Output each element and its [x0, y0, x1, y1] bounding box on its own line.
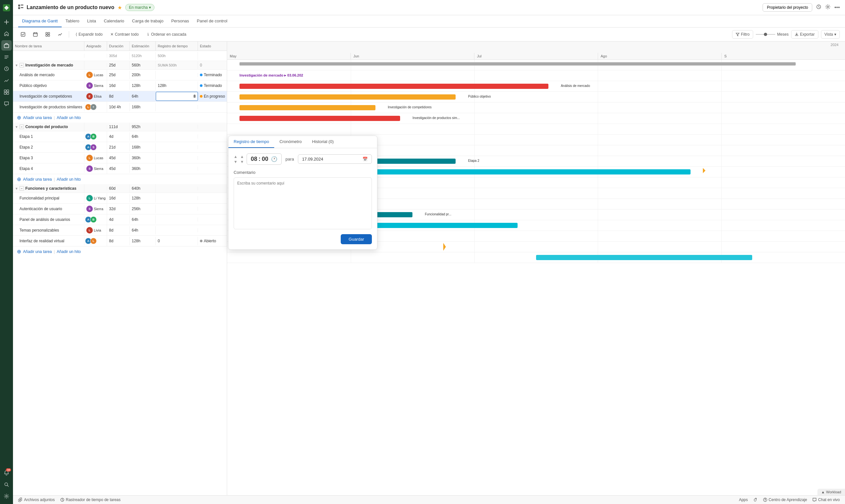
collapse-all-btn[interactable]: ✕ Contraer todo	[108, 31, 141, 38]
add-milestone-label-3[interactable]: Añadir un hito	[57, 249, 81, 254]
sidebar-item-grid[interactable]	[1, 87, 12, 97]
sidebar-item-chat[interactable]	[1, 98, 12, 109]
group-btn[interactable]	[43, 31, 53, 38]
star-icon[interactable]: ★	[118, 4, 122, 11]
task3-time-input[interactable]: 8	[156, 92, 198, 101]
chevron-down-icon: ▾	[149, 5, 151, 10]
group3-toggle[interactable]: ▼	[15, 187, 18, 191]
svg-point-14	[827, 6, 829, 8]
apple-btn[interactable]	[753, 498, 758, 502]
task12-name: Temas personalizables	[19, 228, 59, 233]
hours-value: 08	[251, 156, 257, 162]
bar-task6-label: Etapa 2	[468, 159, 479, 162]
calendar-icon[interactable]: 📅	[363, 157, 368, 162]
bottom-bar: Archivos adjuntos Rastreador de tiempo d…	[13, 495, 845, 504]
history-icon[interactable]	[816, 4, 821, 11]
avatar-e2b: S	[90, 144, 97, 150]
svg-rect-18	[48, 32, 50, 34]
workload-btn[interactable]: ▲ Workload	[817, 489, 845, 495]
sidebar-item-notifications[interactable]: 38	[1, 468, 12, 478]
expand-icon: ⟨	[76, 32, 77, 37]
task2-duration: 16d	[107, 82, 130, 90]
project-title: Lanzamiento de un producto nuevo	[27, 4, 114, 11]
minutes-down-btn[interactable]: ▼	[240, 160, 244, 164]
add-icon-3: ⊕	[17, 248, 21, 255]
milestone-marker4	[443, 243, 446, 251]
sidebar-item-chart[interactable]	[1, 75, 12, 86]
app-logo[interactable]	[1, 3, 12, 13]
attachments-btn[interactable]: Archivos adjuntos	[18, 498, 55, 502]
tab-personas[interactable]: Personas	[168, 15, 193, 27]
nav-tabs: Diagrama de Gantt Tablero Lista Calendar…	[13, 15, 845, 28]
sidebar-item-search[interactable]	[1, 479, 12, 490]
avatar-lucas2: L	[86, 155, 93, 161]
add-task-group3[interactable]: ⊕ Añadir una tarea | Añadir un hito	[13, 247, 227, 256]
chart-tool-btn[interactable]	[55, 31, 65, 38]
cascade-icon: ⇂	[146, 32, 149, 37]
group-row-1: ▼ − Investigación de mercado 25d 560h SU…	[13, 61, 227, 70]
sidebar-item-add[interactable]	[1, 17, 12, 27]
chart-add1-row	[227, 124, 845, 134]
tab-calendario[interactable]: Calendario	[100, 15, 128, 27]
status-dot-13	[200, 240, 203, 242]
tab-carga[interactable]: Carga de trabajo	[128, 15, 168, 27]
add-task-group1[interactable]: ⊕ Añadir una tarea | Añadir un hito	[13, 112, 227, 123]
gear-icon[interactable]	[825, 4, 830, 11]
add-task-group2[interactable]: ⊕ Añadir una tarea | Añadir un hito	[13, 174, 227, 184]
td-summary-name	[13, 54, 84, 58]
cascade-btn[interactable]: ⇂ Ordenar en cascada	[144, 31, 189, 38]
add-task-label-3: Añadir una tarea	[23, 249, 52, 254]
expand-all-btn[interactable]: ⟨ Expandir todo	[73, 31, 105, 38]
tab-lista[interactable]: Lista	[83, 15, 100, 27]
svg-rect-5	[4, 92, 6, 94]
tab-panel[interactable]: Panel de control	[193, 15, 231, 27]
checkbox-toggle[interactable]	[18, 31, 28, 38]
layout-icon[interactable]	[18, 4, 23, 11]
help-label: Centro de Aprendizaje	[769, 498, 807, 502]
time-tracker-btn[interactable]: Rastreador de tiempo de tareas	[60, 498, 121, 502]
sidebar-item-list[interactable]	[1, 52, 12, 62]
task10-name: Autenticación de usuario	[19, 206, 62, 211]
th-time-register: Registro de tiempo	[156, 41, 198, 51]
chat-btn[interactable]: Chat en vivo	[812, 498, 840, 502]
group3-icon: −	[19, 186, 24, 191]
owner-button[interactable]: Propietario del proyecto	[762, 3, 812, 12]
group1-toggle[interactable]: ▼	[15, 64, 18, 67]
hours-up-btn[interactable]: ▲	[234, 155, 237, 159]
add-task-label-1: Añadir una tarea	[23, 115, 52, 120]
group2-toggle[interactable]: ▼	[15, 125, 18, 129]
chart-group1-label: Investigación de mercado ▸ 03.06.202	[240, 73, 303, 77]
view-btn[interactable]: Vista ▾	[821, 30, 840, 39]
save-time-btn[interactable]: Guardar	[341, 234, 372, 244]
sidebar-item-clock[interactable]	[1, 64, 12, 74]
task3-duration: 8d	[107, 92, 130, 101]
avatar-lucas: L	[86, 72, 93, 78]
sidebar-item-briefcase[interactable]	[1, 40, 12, 51]
td-summary-time: 500h	[156, 52, 198, 60]
comment-textarea[interactable]	[234, 177, 372, 229]
export-btn[interactable]: Exportar	[791, 30, 818, 39]
sidebar-item-home[interactable]	[1, 29, 12, 39]
filter-btn[interactable]: Filtro	[732, 30, 753, 39]
td-group1-time-sum: SUMA 500h	[156, 61, 198, 69]
avatar-sierra: S	[86, 83, 93, 89]
add-milestone-label-1[interactable]: Añadir un hito	[57, 115, 81, 120]
sidebar-item-settings[interactable]	[1, 491, 12, 501]
status-badge[interactable]: En marcha ▾	[125, 4, 155, 11]
add-milestone-label-2[interactable]: Añadir un hito	[57, 177, 81, 182]
popup-tab-historial[interactable]: Historial (0)	[307, 136, 339, 148]
calendar-tool-btn[interactable]	[31, 31, 40, 38]
content-area: Nombre de tarea Asignado Duración Estima…	[13, 41, 845, 495]
hours-down-btn[interactable]: ▼	[234, 160, 237, 164]
help-btn[interactable]: Centro de Aprendizaje	[763, 498, 807, 502]
tab-tablero[interactable]: Tablero	[61, 15, 83, 27]
date-display[interactable]: 17.09.2024 📅	[298, 155, 372, 164]
tab-gantt[interactable]: Diagrama de Gantt	[18, 15, 61, 27]
popup-tab-registro[interactable]: Registro de tiempo	[228, 136, 274, 148]
apps-btn[interactable]: Apps	[739, 498, 747, 502]
popup-tab-cronometro[interactable]: Cronómetro	[274, 136, 307, 148]
more-options-icon[interactable]: •••	[834, 4, 840, 11]
year-label: 2024	[831, 43, 839, 47]
minutes-up-btn[interactable]: ▲	[240, 155, 244, 159]
clock-icon[interactable]: 🕐	[271, 156, 278, 162]
